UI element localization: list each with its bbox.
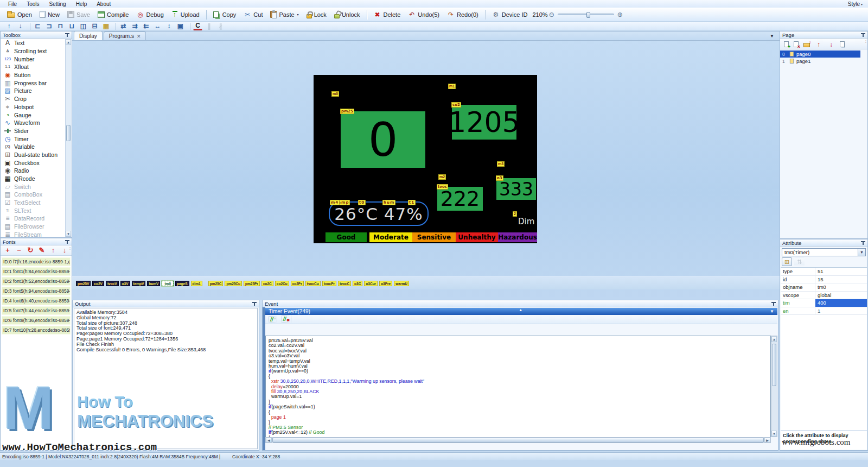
font-list-item[interactable]: ID:1 font1(h:84,encode:iso-8859-1,qty <box>2 267 71 276</box>
page-arrow-up-red-button[interactable]: ↑ <box>815 39 822 49</box>
attribute-row-objname[interactable]: objnametm0 <box>781 283 867 292</box>
center-vertical-button[interactable]: ⊟ <box>90 22 99 30</box>
paste-button[interactable]: Paste▾ <box>266 9 302 20</box>
object-tag-pm25Cu[interactable]: pm25Cu <box>225 281 242 286</box>
center-horizontal-button[interactable]: ◫ <box>79 22 88 30</box>
component-tag-m2[interactable]: m2 <box>438 174 446 180</box>
copy-button[interactable]: Copy <box>209 10 240 20</box>
align-top-button[interactable]: ⊓ <box>56 22 65 30</box>
component-tag-tvoc[interactable]: tvoc <box>437 184 448 190</box>
attribute-value[interactable]: 51 <box>815 268 867 275</box>
toolbox-item-qrcode[interactable]: ▦QRcode <box>1 175 65 183</box>
aqi-segment-sensitive[interactable]: Sensitive <box>412 232 456 242</box>
page-page-del-button[interactable] <box>794 39 799 49</box>
aqi-segment-unhealthy[interactable]: Unhealthy <box>456 232 498 242</box>
toolbox-scrollbar[interactable]: ▲ ▼ <box>65 39 71 237</box>
space-h-inc-button[interactable]: ⇉ <box>130 22 139 30</box>
o3-number-widget[interactable]: o3 333 <box>496 178 536 200</box>
attribute-row-en[interactable]: en1 <box>781 307 867 315</box>
toolbox-item-picture[interactable]: ▨Picture <box>1 87 65 95</box>
same-size-button[interactable]: ▣ <box>176 22 185 30</box>
attribute-row-type[interactable]: type51 <box>781 268 867 276</box>
attribute-value[interactable]: 400 <box>815 299 867 307</box>
toolbox-item-number[interactable]: 123Number <box>1 55 65 63</box>
co2-number-widget[interactable]: co2 1205 <box>452 105 516 140</box>
component-tag-m1[interactable]: m1 <box>448 84 456 89</box>
component-tag-m0[interactable]: m0 <box>331 91 339 97</box>
toolbox-item-hotspot[interactable]: ⌖Hotspot <box>1 103 65 111</box>
device-id-button[interactable]: ⚙Device ID <box>488 9 532 20</box>
component-tag-o3[interactable]: o3 <box>496 175 503 181</box>
comment-remove-button[interactable]: //✖ <box>282 315 291 323</box>
unlock-button[interactable]: Unlock <box>330 9 364 20</box>
upload-button[interactable]: Upload <box>168 9 203 20</box>
component-tag-t2[interactable]: 2 <box>513 211 517 217</box>
object-tag-humV[interactable]: humV <box>147 281 160 286</box>
object-tag-pm25V[interactable]: pm25V <box>76 281 91 286</box>
menu-help[interactable]: Help <box>71 1 92 7</box>
attribute-row-id[interactable]: id15 <box>781 276 867 284</box>
compile-button[interactable]: Compile <box>94 10 132 20</box>
tvoc-number-widget[interactable]: tvoc 222 <box>437 187 483 211</box>
font-add-button[interactable]: + <box>4 247 11 254</box>
space-h-equal-button[interactable]: ⇄ <box>119 22 128 30</box>
object-tag-co2V[interactable]: co2V <box>92 281 104 286</box>
font-list-item[interactable]: ID:4 font6(h:40,encode:iso-8859-1,qty <box>2 296 71 305</box>
tab-program-s[interactable]: Program.s✕ <box>104 31 146 40</box>
debug-button[interactable]: ◎Debug <box>132 9 167 20</box>
toolbox-item-variable[interactable]: (X)Variable <box>1 143 65 151</box>
attribute-value[interactable]: global <box>815 292 867 299</box>
component-tag-m4[interactable]: m4 <box>330 200 340 205</box>
object-tag-pageS[interactable]: pageS <box>175 281 189 286</box>
font-move-up-button[interactable]: ↑ <box>50 247 56 254</box>
page-page-exp-button[interactable] <box>803 39 810 49</box>
page-list-item-page1[interactable]: 1page1 <box>780 58 860 65</box>
overflow-icon[interactable]: ⁞ <box>865 40 866 43</box>
object-tag-warmU[interactable]: warmU <box>394 281 409 286</box>
pin-icon[interactable] <box>252 301 257 306</box>
same-width-button[interactable]: ↔ <box>153 22 162 30</box>
chevron-down-icon[interactable]: ▾ <box>297 12 299 16</box>
object-tag-pm25C[interactable]: pm25C <box>208 281 224 286</box>
aqi-segment-hazardous[interactable]: Hazardous <box>498 232 537 242</box>
menu-file[interactable]: File <box>3 1 22 7</box>
toolbox-item-radio[interactable]: ◉Radio <box>1 167 65 175</box>
toolbox-item-gauge[interactable]: ◔Gauge <box>1 111 65 119</box>
cut-button[interactable]: ✂Cut <box>240 9 266 20</box>
display-preview[interactable]: m0 m1 m2 m3 pm25 0 co2 1205 tvoc 222 o3 … <box>314 75 537 243</box>
font-list-item[interactable]: ID:3 font5(h:94,encode:iso-8859-1,qty <box>2 287 71 295</box>
toolbox-item-scrolling-text[interactable]: A̲Scrolling text <box>1 47 65 55</box>
open-button[interactable]: Open <box>3 9 36 20</box>
font-list-item[interactable]: ID:7 font10(h:28,encode:iso-8859-1,q <box>2 326 71 335</box>
font-remove-button[interactable]: − <box>16 247 22 254</box>
toolbox-item-text[interactable]: AText <box>1 39 65 47</box>
object-tag-o3Pre[interactable]: o3Pre <box>379 281 392 286</box>
attribute-category-button[interactable]: ⊞ <box>782 257 792 266</box>
toolbox-item-crop[interactable]: ✂Crop <box>1 95 65 103</box>
same-height-button[interactable]: ↕ <box>164 22 174 30</box>
lock-button[interactable]: Lock <box>303 9 330 20</box>
design-canvas[interactable]: DisplayProgram.s✕▼ m0 m1 m2 m3 pm25 0 co… <box>72 31 780 300</box>
code-horizontal-scrollbar[interactable]: ◀ ▶ <box>265 437 771 443</box>
aqi-scale-widget[interactable]: GoodModerateSensitiveUnhealthyHazardous <box>326 232 537 242</box>
toolbox-item-progress-bar[interactable]: ▥Progress bar <box>1 79 65 87</box>
page-arrow-down-red-button[interactable]: ↓ <box>827 39 835 49</box>
object-tag-o3V[interactable]: o3V <box>120 281 130 286</box>
object-tag-tempV[interactable]: tempV <box>132 281 146 286</box>
tab-overflow-icon[interactable]: ▼ <box>770 34 774 39</box>
scroll-down-icon[interactable]: ▼ <box>66 231 71 237</box>
style-menu[interactable]: Style ▾ <box>848 1 865 7</box>
menu-about[interactable]: About <box>92 1 116 7</box>
aqi-segment-moderate[interactable]: Moderate <box>369 232 412 242</box>
scrollbar-thumb[interactable] <box>772 344 776 386</box>
scroll-down-icon[interactable]: ▼ <box>771 431 777 437</box>
object-tag-co2Pr[interactable]: co2Pr <box>291 281 304 286</box>
page-list-item-page0[interactable]: 0page0 <box>780 51 860 58</box>
move-down-button[interactable]: ↓ <box>16 22 25 30</box>
scrollbar-thumb[interactable] <box>272 438 764 443</box>
delete-button[interactable]: ✖Delete <box>370 9 405 20</box>
overflow-icon[interactable]: ⁞ <box>69 247 71 250</box>
attribute-row-tim[interactable]: tim400 <box>781 299 867 307</box>
toolbox-item-dual-state-button[interactable]: ⊞Dual-state button <box>1 151 65 159</box>
font-refresh-button[interactable]: ↻ <box>27 247 34 254</box>
